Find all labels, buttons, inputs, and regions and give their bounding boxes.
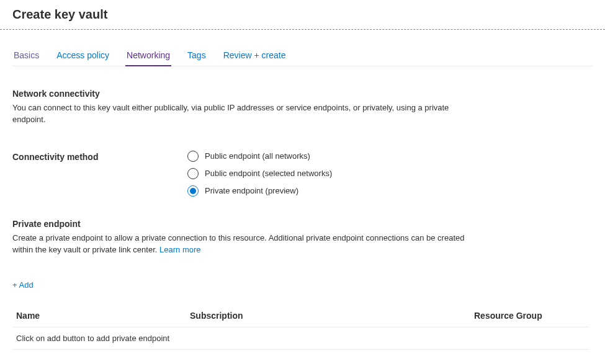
radio-icon [187, 151, 199, 162]
table-header: Name Subscription Resource Group [12, 304, 589, 327]
private-endpoint-description-text: Create a private endpoint to allow a pri… [12, 233, 464, 254]
tab-basics[interactable]: Basics [12, 50, 40, 66]
private-endpoint-heading: Private endpoint [12, 219, 593, 229]
tab-review-create[interactable]: Review + create [222, 50, 287, 66]
page-title: Create key vault [12, 7, 593, 22]
separator [0, 29, 605, 30]
col-header-name[interactable]: Name [16, 311, 190, 321]
tab-tags[interactable]: Tags [186, 50, 207, 66]
connectivity-method-radiogroup: Public endpoint (all networks) Public en… [187, 151, 332, 197]
connectivity-method-label: Connectivity method [12, 151, 187, 162]
radio-public-endpoint-selected[interactable]: Public endpoint (selected networks) [187, 168, 332, 179]
radio-private-endpoint[interactable]: Private endpoint (preview) [187, 185, 332, 197]
connectivity-description: You can connect to this key vault either… [12, 102, 484, 126]
radio-icon [187, 185, 199, 197]
radio-label: Public endpoint (selected networks) [205, 169, 332, 178]
add-private-endpoint-button[interactable]: + Add [12, 280, 34, 290]
tab-access-policy[interactable]: Access policy [55, 50, 110, 66]
connectivity-heading: Network connectivity [12, 89, 593, 99]
private-endpoint-description: Create a private endpoint to allow a pri… [12, 233, 484, 256]
radio-label: Private endpoint (preview) [205, 186, 298, 195]
col-header-resource-group[interactable]: Resource Group [474, 311, 586, 321]
radio-label: Public endpoint (all networks) [205, 151, 310, 161]
tab-strip: Basics Access policy Networking Tags Rev… [12, 50, 593, 66]
radio-icon [187, 168, 199, 179]
table-empty-message: Click on add button to add private endpo… [16, 334, 169, 343]
network-connectivity-section: Network connectivity You can connect to … [12, 89, 593, 197]
radio-public-allpoint-all[interactable]: Public endpoint (all networks) [187, 151, 332, 162]
private-endpoint-table: Name Subscription Resource Group Click o… [12, 304, 589, 350]
connectivity-method-row: Connectivity method Public endpoint (all… [12, 151, 593, 197]
table-empty-row: Click on add button to add private endpo… [12, 327, 589, 350]
learn-more-link[interactable]: Learn more [159, 245, 200, 254]
private-endpoint-section: Private endpoint Create a private endpoi… [12, 219, 593, 350]
tab-networking[interactable]: Networking [125, 50, 171, 66]
col-header-subscription[interactable]: Subscription [190, 311, 474, 321]
